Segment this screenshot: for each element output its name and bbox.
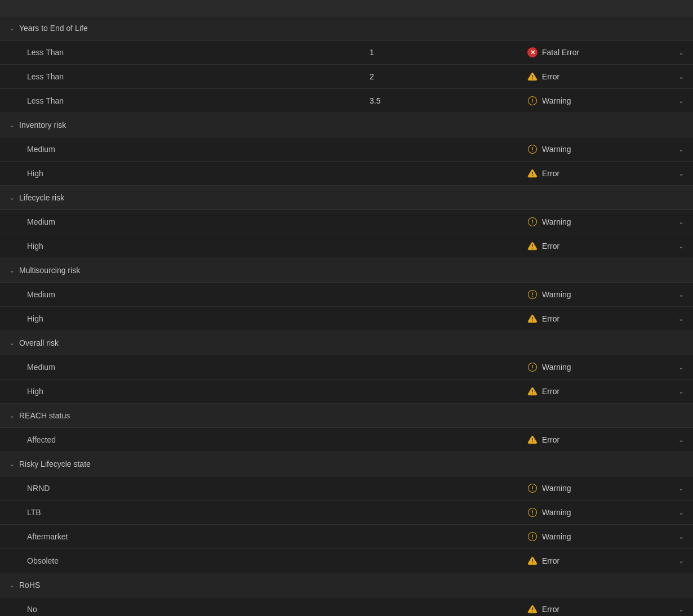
report-level-cell[interactable]: Error ⌄ [518, 162, 693, 185]
check-cell: LTB [0, 501, 361, 524]
table-row: Medium Warning ⌄ [0, 137, 693, 162]
report-level-cell[interactable]: Warning ⌄ [518, 501, 693, 524]
chevron-down-icon: ⌄ [9, 121, 15, 129]
chevron-down-icon[interactable]: ⌄ [678, 387, 684, 395]
report-level-cell[interactable]: Warning ⌄ [518, 476, 693, 500]
warning-icon [527, 483, 537, 493]
chevron-down-icon[interactable]: ⌄ [678, 363, 684, 371]
report-level-label: Error [542, 72, 674, 81]
check-cell: Less Than [0, 89, 361, 113]
chevron-down-icon[interactable]: ⌄ [678, 218, 684, 226]
chevron-down-icon[interactable]: ⌄ [678, 48, 684, 56]
chevron-down-icon[interactable]: ⌄ [678, 557, 684, 565]
report-level-cell[interactable]: Warning ⌄ [518, 525, 693, 548]
report-level-cell[interactable]: Error ⌄ [518, 549, 693, 573]
table-row: Medium Warning ⌄ [0, 283, 693, 307]
report-select[interactable]: Warning ⌄ [527, 505, 684, 520]
value-cell [361, 525, 518, 548]
group-row-inventory-risk[interactable]: ⌄ Inventory risk [0, 113, 693, 137]
report-level-cell[interactable]: Warning ⌄ [518, 89, 693, 113]
error-icon [527, 314, 537, 324]
svg-point-4 [532, 102, 533, 104]
value-cell [361, 380, 518, 403]
report-select[interactable]: Error ⌄ [527, 239, 684, 253]
group-value-years-to-end-of-life [361, 16, 518, 40]
chevron-down-icon[interactable]: ⌄ [678, 315, 684, 323]
group-row-overall-risk[interactable]: ⌄ Overall risk [0, 331, 693, 355]
report-select[interactable]: Warning ⌄ [527, 93, 684, 108]
report-select[interactable]: ✕ Fatal Error ⌄ [527, 45, 684, 60]
chevron-down-icon[interactable]: ⌄ [678, 533, 684, 541]
error-icon [527, 556, 537, 566]
chevron-down-icon: ⌄ [9, 194, 15, 202]
group-value-lifecycle-risk [361, 186, 518, 209]
report-level-label: Error [542, 435, 674, 444]
report-level-header [518, 0, 693, 16]
chevron-down-icon[interactable]: ⌄ [678, 97, 684, 105]
group-value-overall-risk [361, 331, 518, 355]
warning-icon [527, 144, 537, 154]
report-level-label: Error [542, 242, 674, 251]
report-select[interactable]: Warning ⌄ [527, 287, 684, 302]
svg-point-32 [532, 514, 533, 515]
group-row-risky-lifecycle-state[interactable]: ⌄ Risky Lifecycle state [0, 452, 693, 476]
report-level-cell[interactable]: Warning ⌄ [518, 283, 693, 306]
report-select[interactable]: Warning ⌄ [527, 215, 684, 229]
svg-point-35 [532, 538, 533, 539]
value-cell: 3.5 [361, 89, 518, 113]
report-level-cell[interactable]: Error ⌄ [518, 307, 693, 331]
chevron-down-icon[interactable]: ⌄ [678, 169, 684, 177]
chevron-down-icon[interactable]: ⌄ [678, 605, 684, 613]
chevron-down-icon[interactable]: ⌄ [678, 436, 684, 444]
chevron-down-icon: ⌄ [9, 581, 15, 589]
warning-icon [527, 289, 537, 300]
group-row-years-to-end-of-life[interactable]: ⌄ Years to End of Life [0, 16, 693, 41]
report-level-cell[interactable]: Warning ⌄ [518, 137, 693, 161]
group-row-lifecycle-risk[interactable]: ⌄ Lifecycle risk [0, 186, 693, 210]
group-report-risky-lifecycle-state [518, 452, 693, 476]
report-select[interactable]: Error ⌄ [527, 311, 684, 326]
report-level-cell[interactable]: ✕ Fatal Error ⌄ [518, 41, 693, 64]
report-level-cell[interactable]: Warning ⌄ [518, 210, 693, 234]
report-level-label: Warning [542, 363, 674, 372]
report-level-cell[interactable]: Warning ⌄ [518, 355, 693, 379]
value-cell [361, 234, 518, 258]
report-level-label: Warning [542, 96, 674, 105]
report-select[interactable]: Error ⌄ [527, 602, 684, 616]
group-row-reach-status[interactable]: ⌄ REACH status [0, 404, 693, 428]
report-select[interactable]: Error ⌄ [527, 432, 684, 447]
group-value-inventory-risk [361, 113, 518, 137]
check-cell: Aftermarket [0, 525, 361, 548]
chevron-down-icon[interactable]: ⌄ [678, 145, 684, 153]
report-level-cell[interactable]: Error ⌄ [518, 428, 693, 452]
report-select[interactable]: Warning ⌄ [527, 529, 684, 544]
chevron-down-icon[interactable]: ⌄ [678, 508, 684, 516]
error-icon [527, 435, 537, 445]
report-select[interactable]: Warning ⌄ [527, 142, 684, 157]
chevron-down-icon[interactable]: ⌄ [678, 291, 684, 298]
group-report-reach-status [518, 404, 693, 427]
chevron-down-icon: ⌄ [9, 266, 15, 274]
report-select[interactable]: Error ⌄ [527, 384, 684, 399]
table-row: Less Than 3.5 Warning ⌄ [0, 89, 693, 113]
report-level-cell[interactable]: Error ⌄ [518, 380, 693, 403]
report-select[interactable]: Error ⌄ [527, 166, 684, 181]
report-select[interactable]: Error ⌄ [527, 553, 684, 568]
report-level-cell[interactable]: Error ⌄ [518, 234, 693, 258]
chevron-down-icon[interactable]: ⌄ [678, 484, 684, 492]
svg-point-12 [532, 224, 533, 225]
group-report-years-to-end-of-life [518, 16, 693, 40]
check-cell: High [0, 380, 361, 403]
group-label-multisourcing-risk: ⌄ Multisourcing risk [0, 258, 361, 282]
chevron-down-icon[interactable]: ⌄ [678, 73, 684, 81]
report-level-cell[interactable]: Error ⌄ [518, 65, 693, 88]
group-report-inventory-risk [518, 113, 693, 137]
report-level-label: Error [542, 556, 674, 565]
report-select[interactable]: Error ⌄ [527, 69, 684, 84]
group-row-multisourcing-risk[interactable]: ⌄ Multisourcing risk [0, 258, 693, 283]
report-select[interactable]: Warning ⌄ [527, 481, 684, 496]
report-select[interactable]: Warning ⌄ [527, 360, 684, 374]
chevron-down-icon[interactable]: ⌄ [678, 242, 684, 250]
group-row-rohs[interactable]: ⌄ RoHS [0, 573, 693, 597]
report-level-cell[interactable]: Error ⌄ [518, 597, 693, 616]
